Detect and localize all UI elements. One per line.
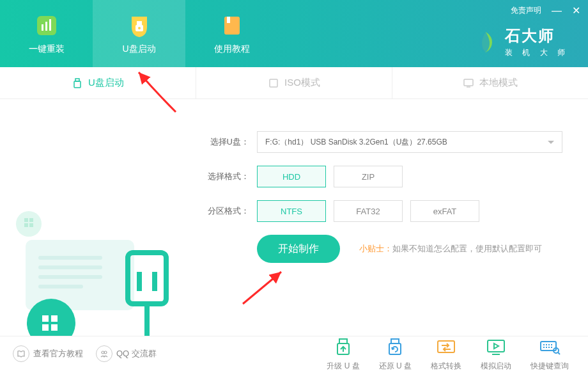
footer-qq-link[interactable]: QQ 交流群 xyxy=(96,345,157,362)
keyboard-search-icon xyxy=(538,336,561,357)
footer-link-label: QQ 交流群 xyxy=(116,348,157,359)
svg-rect-38 xyxy=(389,343,401,354)
svg-rect-18 xyxy=(38,285,83,288)
nav-label: 一键重装 xyxy=(29,43,65,55)
monitor-play-icon xyxy=(484,336,507,357)
nav-label: 使用教程 xyxy=(214,43,250,55)
book-icon xyxy=(219,13,245,38)
disk-label: 选择U盘： xyxy=(205,136,249,148)
partition-exfat[interactable]: exFAT xyxy=(410,200,479,222)
subtab-label: U盘启动 xyxy=(88,77,124,89)
brand-subtitle: 装 机 大 师 xyxy=(505,47,569,58)
shield-usb-icon xyxy=(127,13,152,38)
tool-label: 还原 U 盘 xyxy=(379,361,412,372)
svg-rect-16 xyxy=(38,265,102,269)
iso-icon xyxy=(268,77,279,89)
svg-rect-25 xyxy=(42,315,49,322)
svg-rect-8 xyxy=(227,17,230,23)
svg-rect-15 xyxy=(38,256,102,260)
format-zip[interactable]: ZIP xyxy=(334,166,403,187)
brand-logo: 石大师 装 机 大 师 xyxy=(473,26,569,58)
disk-select[interactable]: F:G:（hd1） USB SanDisk 3.2Gen1（U盘）27.65GB xyxy=(257,131,562,153)
format-label: 选择格式： xyxy=(205,171,249,182)
disclaimer-link[interactable]: 免责声明 xyxy=(511,5,541,16)
usb-up-icon xyxy=(332,336,355,357)
monitor-icon xyxy=(463,77,474,89)
subtab-iso[interactable]: ISO模式 xyxy=(196,67,392,99)
svg-rect-28 xyxy=(51,324,58,331)
chart-icon xyxy=(34,13,59,38)
svg-rect-1 xyxy=(42,24,43,31)
partition-fat32[interactable]: FAT32 xyxy=(334,200,403,222)
decorative-art xyxy=(0,99,192,336)
subtab-local[interactable]: 本地模式 xyxy=(392,67,588,99)
brand-title: 石大师 xyxy=(505,26,569,46)
svg-rect-35 xyxy=(339,339,347,343)
tool-simulate[interactable]: 模拟启动 xyxy=(481,336,511,372)
svg-rect-23 xyxy=(29,223,33,227)
usb-icon xyxy=(72,77,83,89)
svg-rect-26 xyxy=(51,315,58,322)
svg-rect-3 xyxy=(49,19,51,31)
svg-rect-20 xyxy=(24,218,28,222)
tool-restore[interactable]: 还原 U 盘 xyxy=(379,336,412,372)
nav-usb[interactable]: U盘启动 xyxy=(93,0,185,67)
subtab-label: 本地模式 xyxy=(479,77,518,89)
convert-icon xyxy=(435,336,458,357)
svg-rect-37 xyxy=(391,339,399,343)
start-button[interactable]: 开始制作 xyxy=(257,235,340,263)
footer-link-label: 查看官方教程 xyxy=(33,348,83,359)
subtab-usb[interactable]: U盘启动 xyxy=(0,67,196,99)
svg-line-46 xyxy=(558,352,560,354)
tip-label: 小贴士： xyxy=(359,244,392,253)
book-open-icon xyxy=(13,345,29,362)
svg-rect-7 xyxy=(224,17,240,35)
svg-rect-2 xyxy=(45,22,47,31)
svg-rect-10 xyxy=(74,81,81,88)
tool-upgrade[interactable]: 升级 U 盘 xyxy=(327,336,359,372)
usb-refresh-icon xyxy=(383,336,406,357)
tool-label: 升级 U 盘 xyxy=(327,361,359,372)
subtab-label: ISO模式 xyxy=(284,77,320,89)
tool-label: 模拟启动 xyxy=(481,361,511,372)
partition-label: 分区格式： xyxy=(205,205,249,217)
svg-rect-17 xyxy=(38,275,102,279)
svg-rect-12 xyxy=(464,79,473,86)
tool-hotkey[interactable]: 快捷键查询 xyxy=(530,336,569,372)
svg-point-19 xyxy=(16,211,42,237)
nav-reinstall[interactable]: 一键重装 xyxy=(0,0,93,67)
svg-point-6 xyxy=(138,27,141,29)
svg-rect-22 xyxy=(24,223,28,227)
svg-rect-11 xyxy=(270,79,277,87)
svg-rect-21 xyxy=(29,218,33,222)
svg-point-33 xyxy=(102,351,104,354)
tool-label: 快捷键查询 xyxy=(530,361,569,372)
close-button[interactable]: ✕ xyxy=(572,6,580,16)
tool-label: 格式转换 xyxy=(431,361,461,372)
footer-tutorial-link[interactable]: 查看官方教程 xyxy=(13,345,83,362)
tool-convert[interactable]: 格式转换 xyxy=(431,336,461,372)
svg-rect-40 xyxy=(488,340,504,352)
svg-point-34 xyxy=(104,351,107,354)
disk-value: F:G:（hd1） USB SanDisk 3.2Gen1（U盘）27.65GB xyxy=(265,137,447,148)
format-hdd[interactable]: HDD xyxy=(257,166,326,187)
svg-rect-27 xyxy=(42,324,49,331)
svg-rect-4 xyxy=(137,21,142,25)
partition-ntfs[interactable]: NTFS xyxy=(257,200,326,222)
tip-text: 小贴士：如果不知道怎么配置，使用默认配置即可 xyxy=(359,243,542,255)
svg-rect-39 xyxy=(438,341,454,352)
people-icon xyxy=(96,345,112,362)
minimize-button[interactable]: — xyxy=(552,6,562,16)
nav-label: U盘启动 xyxy=(122,43,155,55)
nav-tutorial[interactable]: 使用教程 xyxy=(185,0,278,67)
